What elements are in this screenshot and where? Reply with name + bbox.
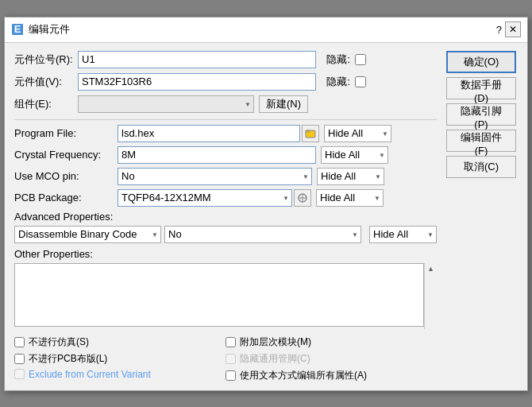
- ref-input[interactable]: [78, 51, 316, 68]
- pcb-hide-select[interactable]: Hide All: [316, 189, 384, 207]
- adv-val-wrapper: No Yes: [164, 226, 361, 243]
- nosim-label: 不进行仿真(S): [29, 335, 89, 349]
- advanced-label: Advanced Properties:: [14, 211, 437, 223]
- left-area: 元件位号(R): 隐藏: 元件值(V): 隐藏: 组件(E):: [14, 51, 437, 382]
- crystal-row: Crystal Frequency: Hide All: [14, 146, 437, 164]
- footer-item-exclude: Exclude from Current Variant: [14, 369, 226, 380]
- crystal-hide-wrapper: Hide All: [321, 146, 388, 164]
- scrollbar[interactable]: ▲: [424, 263, 437, 329]
- svg-rect-3: [306, 130, 310, 132]
- file-input-row: [118, 125, 319, 142]
- main-window: E 编辑元件 ? ✕ 元件位号(R): 隐藏: 元件值(V): 隐藏: [4, 17, 528, 391]
- program-file-browse-button[interactable]: [302, 125, 319, 142]
- pcb-icon: [297, 192, 308, 204]
- mco-hide-wrapper: Hide All: [317, 168, 384, 185]
- hidecommon-label: 隐藏通用管脚(C): [240, 352, 310, 366]
- footer-item-hidecommon: 隐藏通用管脚(C): [226, 352, 437, 366]
- nopcb-checkbox[interactable]: [14, 354, 25, 364]
- textedit-checkbox[interactable]: [226, 370, 236, 381]
- adv-prop-select[interactable]: Disassemble Binary Code: [14, 226, 161, 243]
- edit-firmware-button[interactable]: 编辑固件(F): [446, 130, 516, 152]
- program-file-input[interactable]: [118, 125, 300, 142]
- pcb-hide-wrapper: Hide All: [316, 189, 384, 207]
- textedit-label: 使用文本方式编辑所有属性(A): [240, 369, 367, 382]
- hidecommon-checkbox[interactable]: [226, 354, 236, 364]
- mco-row: Use MCO pin: No Yes Hide All: [14, 168, 437, 185]
- other-textarea[interactable]: [14, 263, 424, 327]
- comp-new-button[interactable]: 新建(N): [259, 95, 308, 113]
- val-row: 元件值(V): 隐藏:: [14, 73, 437, 91]
- cancel-button[interactable]: 取消(C): [446, 156, 516, 178]
- right-buttons: 确定(O) 数据手册(D) 隐藏引脚(P) 编辑固件(F) 取消(C): [446, 51, 518, 382]
- ref-label: 元件位号(R):: [14, 52, 78, 67]
- footer-col-left: 不进行仿真(S) 不进行PCB布版(L) Exclude from Curren…: [14, 335, 226, 382]
- content-area: 元件位号(R): 隐藏: 元件值(V): 隐藏: 组件(E):: [5, 43, 527, 390]
- window-icon: E: [11, 23, 24, 36]
- component-row: 组件(E): 新建(N): [14, 95, 437, 113]
- adv-prop-wrapper: Disassemble Binary Code: [14, 226, 161, 243]
- adv-val-select[interactable]: No Yes: [164, 226, 361, 243]
- window-title: 编辑元件: [29, 22, 493, 37]
- divider1: [14, 119, 437, 120]
- footer-item-nopcb: 不进行PCB布版(L): [14, 352, 226, 366]
- program-file-hide-wrapper: Hide All: [324, 125, 391, 142]
- help-button[interactable]: ?: [493, 24, 505, 36]
- program-file-hide-select[interactable]: Hide All: [324, 125, 391, 142]
- pcb-select-wrapper: TQFP64-12X12MM: [118, 189, 292, 207]
- pcb-label: PCB Package:: [14, 192, 118, 204]
- footer-item-nosim: 不进行仿真(S): [14, 335, 226, 349]
- confirm-button[interactable]: 确定(O): [446, 51, 516, 73]
- close-button[interactable]: ✕: [505, 21, 521, 37]
- val-input[interactable]: [78, 73, 316, 91]
- hide-pins-button[interactable]: 隐藏引脚(P): [446, 103, 516, 126]
- crystal-label: Crystal Frequency:: [14, 149, 118, 161]
- datasheet-button[interactable]: 数据手册(D): [446, 77, 516, 99]
- nosim-checkbox[interactable]: [14, 337, 25, 347]
- advanced-row: Disassemble Binary Code No Yes Hide All: [14, 226, 437, 243]
- adv-hide-select[interactable]: Hide All: [369, 226, 437, 243]
- svg-text:E: E: [14, 23, 21, 35]
- mco-select[interactable]: No Yes: [118, 168, 312, 185]
- scroll-up-arrow[interactable]: ▲: [427, 265, 434, 273]
- addmodule-label: 附加层次模块(M): [240, 335, 311, 349]
- mco-hide-select[interactable]: Hide All: [317, 168, 384, 185]
- adv-hide-wrapper: Hide All: [369, 226, 437, 243]
- pcb-row: PCB Package: TQFP64-12X12MM: [14, 189, 437, 207]
- ref-hidden-label: 隐藏:: [322, 52, 350, 67]
- pcb-select[interactable]: TQFP64-12X12MM: [118, 189, 292, 207]
- footer-item-addmodule: 附加层次模块(M): [226, 335, 437, 349]
- mco-select-wrapper: No Yes: [118, 168, 312, 185]
- val-label: 元件值(V):: [14, 75, 78, 89]
- comp-label: 组件(E):: [14, 97, 78, 111]
- footer-item-textedit: 使用文本方式编辑所有属性(A): [226, 369, 437, 382]
- nopcb-label: 不进行PCB布版(L): [29, 352, 107, 366]
- exclude-checkbox[interactable]: [14, 369, 25, 379]
- advanced-section: Advanced Properties: Disassemble Binary …: [14, 211, 437, 243]
- other-textarea-wrapper: ▲: [14, 263, 437, 329]
- other-section: Other Properties: ▲: [14, 248, 437, 329]
- program-file-label: Program File:: [14, 127, 118, 139]
- crystal-input[interactable]: [118, 146, 316, 164]
- ref-row: 元件位号(R): 隐藏:: [14, 51, 437, 68]
- program-file-row: Program File: Hide All: [14, 125, 437, 142]
- exclude-label: Exclude from Current Variant: [29, 369, 151, 380]
- main-area: 元件位号(R): 隐藏: 元件值(V): 隐藏: 组件(E):: [14, 51, 518, 382]
- footer-col-right: 附加层次模块(M) 隐藏通用管脚(C) 使用文本方式编辑所有属性(A): [226, 335, 437, 382]
- mco-label: Use MCO pin:: [14, 170, 118, 182]
- crystal-hide-select[interactable]: Hide All: [321, 146, 388, 164]
- folder-icon: [305, 128, 316, 139]
- title-bar: E 编辑元件 ? ✕: [5, 17, 527, 43]
- other-label: Other Properties:: [14, 248, 437, 260]
- val-hidden-label: 隐藏:: [322, 75, 350, 89]
- val-hidden-checkbox[interactable]: [355, 76, 366, 87]
- comp-select-wrapper: [78, 95, 254, 113]
- footer-checkboxes: 不进行仿真(S) 不进行PCB布版(L) Exclude from Curren…: [14, 335, 437, 382]
- pcb-browse-button[interactable]: [294, 189, 311, 207]
- comp-select[interactable]: [78, 95, 254, 113]
- addmodule-checkbox[interactable]: [226, 337, 236, 347]
- ref-hidden-checkbox[interactable]: [355, 54, 366, 65]
